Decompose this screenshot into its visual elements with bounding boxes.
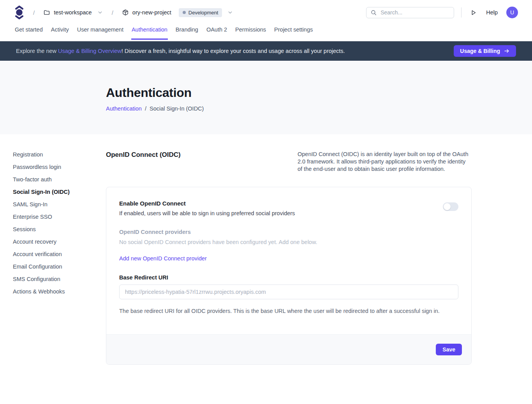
tab-project-settings[interactable]: Project settings (274, 25, 313, 39)
sidebar-item-account-verification[interactable]: Account verification (13, 250, 106, 263)
environment-badge: Development (179, 8, 222, 17)
breadcrumb-separator: / (33, 9, 35, 16)
chevron-down-icon (227, 9, 233, 16)
search-icon (370, 9, 377, 16)
tab-permissions[interactable]: Permissions (235, 25, 266, 39)
arrow-right-icon (504, 48, 510, 54)
workspace-name: test-workspace (54, 9, 92, 16)
tab-authentication[interactable]: Authentication (131, 25, 168, 40)
base-redirect-uri-help: The base redirect URI for all OIDC provi… (119, 308, 458, 314)
page-hero: Authentication Authentication / Social S… (0, 61, 532, 134)
section-header: OpenID Connect (OIDC) OpenID Connect (OI… (106, 151, 472, 173)
usage-billing-button[interactable]: Usage & Billing (454, 45, 516, 57)
settings-sidenav: Registration Passwordless login Two-fact… (13, 151, 106, 365)
sidebar-item-two-factor-auth[interactable]: Two-factor auth (13, 176, 106, 188)
sidebar-item-enterprise-sso[interactable]: Enterprise SSO (13, 213, 106, 225)
banner-text: Explore the new Usage & Billing Overview… (16, 48, 345, 54)
cube-icon (122, 9, 129, 16)
breadcrumb: Authentication / Social Sign-In (OIDC) (106, 105, 532, 112)
sidebar-item-sms-configuration[interactable]: SMS Configuration (13, 275, 106, 288)
project-tabs: Get started Activity User management Aut… (0, 25, 532, 41)
help-link[interactable]: Help (486, 9, 498, 16)
environment-label: Development (188, 10, 218, 16)
sidebar-item-registration[interactable]: Registration (13, 151, 106, 163)
enable-oidc-text: Enable OpenID Connect If enabled, users … (119, 200, 295, 216)
page-title: Authentication (106, 86, 532, 100)
sidebar-item-account-recovery[interactable]: Account recovery (13, 238, 106, 250)
divider (461, 7, 462, 18)
workspace-selector[interactable]: test-workspace (43, 9, 103, 16)
tab-branding[interactable]: Branding (175, 25, 199, 39)
section-title: OpenID Connect (OIDC) (106, 151, 181, 159)
avatar[interactable]: U (506, 7, 518, 18)
content-area: Registration Passwordless login Two-fact… (0, 134, 532, 365)
project-name: ory-new-project (132, 9, 171, 16)
card-body: Enable OpenID Connect If enabled, users … (106, 187, 471, 334)
folder-icon (43, 9, 50, 16)
breadcrumb-authentication-link[interactable]: Authentication (106, 105, 142, 112)
breadcrumb-separator: / (112, 9, 113, 16)
enable-oidc-row: Enable OpenID Connect If enabled, users … (119, 200, 458, 216)
sidebar-item-passwordless-login[interactable]: Passwordless login (13, 163, 106, 176)
ory-logo-icon[interactable] (14, 5, 25, 20)
chevron-down-icon (97, 9, 103, 16)
providers-empty-text: No social OpenID Connect providers have … (119, 239, 458, 245)
base-redirect-uri-input[interactable] (119, 285, 458, 299)
enable-oidc-toggle[interactable] (443, 202, 458, 211)
banner-link[interactable]: Usage & Billing Overview (58, 48, 122, 54)
sidebar-item-sessions[interactable]: Sessions (13, 225, 106, 238)
search-input[interactable] (381, 9, 451, 16)
save-button[interactable]: Save (436, 344, 462, 355)
section-description: OpenID Connect (OIDC) is an identity lay… (298, 151, 472, 173)
play-icon[interactable] (470, 9, 477, 16)
main-panel: OpenID Connect (OIDC) OpenID Connect (OI… (106, 151, 472, 365)
enable-oidc-label: Enable OpenID Connect (119, 200, 295, 207)
sidebar-item-actions-webhooks[interactable]: Actions & Webhooks (13, 288, 106, 300)
enable-oidc-description: If enabled, users will be able to sign i… (119, 210, 295, 216)
breadcrumb-current: Social Sign-In (OIDC) (150, 105, 204, 112)
top-bar: / test-workspace / ory-new-project Devel… (0, 0, 532, 25)
tab-activity[interactable]: Activity (51, 25, 69, 39)
card-footer: Save (106, 334, 471, 364)
environment-dot-icon (183, 11, 186, 14)
toggle-knob (444, 203, 451, 210)
search-box[interactable] (366, 7, 454, 18)
providers-label: OpenID Connect providers (119, 229, 458, 235)
tab-user-management[interactable]: User management (77, 25, 124, 39)
tab-oauth2[interactable]: OAuth 2 (206, 25, 227, 39)
base-redirect-uri-label: Base Redirect URI (119, 274, 458, 281)
add-provider-link[interactable]: Add new OpenID Connect provider (119, 255, 207, 262)
oidc-settings-card: Enable OpenID Connect If enabled, users … (106, 187, 472, 365)
sidebar-item-saml-sign-in[interactable]: SAML Sign-In (13, 200, 106, 213)
banner-text-suffix: ! Discover a fresh, insightful way to ex… (122, 48, 345, 54)
usage-billing-button-label: Usage & Billing (460, 48, 500, 54)
announcement-banner: Explore the new Usage & Billing Overview… (0, 41, 532, 61)
topbar-right: Help U (366, 7, 518, 18)
tab-get-started[interactable]: Get started (14, 25, 43, 39)
sidebar-item-social-sign-in[interactable]: Social Sign-In (OIDC) (13, 188, 106, 200)
banner-text-prefix: Explore the new (16, 48, 58, 54)
breadcrumb-separator: / (145, 105, 146, 112)
sidebar-item-email-configuration[interactable]: Email Configuration (13, 263, 106, 275)
project-selector[interactable]: ory-new-project Development (122, 8, 234, 17)
